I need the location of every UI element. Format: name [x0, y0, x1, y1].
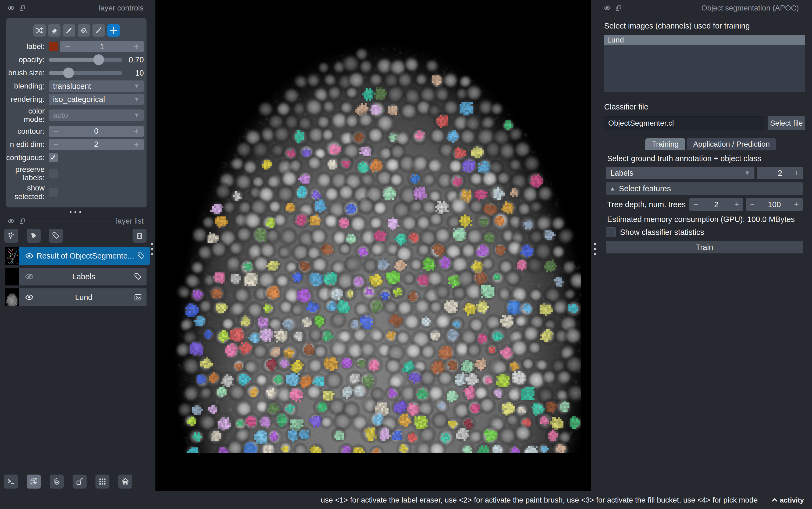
n-edit-dim-row: n edit dim: − 2 + — [6, 139, 144, 150]
plugin-dock: Object segmentation (APOC) Select images… — [604, 0, 805, 491]
right-splitter-handle[interactable] — [594, 243, 596, 255]
show-selected-row: show selected: — [6, 184, 144, 201]
visibility-eye-icon[interactable] — [25, 293, 34, 302]
minus-icon[interactable]: − — [49, 127, 64, 136]
hide-dock-icon[interactable] — [604, 5, 611, 11]
classifier-file-input[interactable] — [604, 116, 765, 130]
shuffle-icon — [35, 26, 44, 35]
pan-zoom-button[interactable] — [107, 24, 120, 37]
hide-dock-icon[interactable] — [7, 5, 14, 11]
fill-bucket-button[interactable] — [78, 24, 90, 37]
layer-name: Lund — [37, 293, 131, 302]
contiguous-checkbox[interactable]: ✓ — [49, 153, 58, 162]
label-spinbox[interactable]: − 1 + — [60, 41, 144, 52]
minus-icon[interactable]: − — [746, 200, 759, 209]
pan-zoom-icon — [109, 26, 118, 35]
roll-dims-icon — [52, 477, 61, 486]
plus-icon[interactable]: + — [730, 200, 743, 209]
select-features-toggle[interactable]: ▲ Select features — [606, 182, 803, 195]
visibility-eye-slash-icon[interactable] — [25, 272, 34, 281]
color-mode-dropdown[interactable]: auto ▼ — [49, 109, 144, 121]
chevron-down-icon: ▼ — [134, 82, 140, 90]
activity-toggle[interactable]: activity — [771, 496, 804, 504]
console-icon — [6, 477, 15, 486]
visibility-eye-icon[interactable] — [25, 251, 34, 261]
hide-dock-icon[interactable] — [7, 218, 14, 225]
layer-name: Labels — [37, 272, 131, 281]
float-dock-icon[interactable] — [615, 5, 622, 11]
preserve-labels-checkbox[interactable] — [49, 169, 58, 178]
minus-icon[interactable]: − — [49, 140, 64, 149]
opacity-slider[interactable] — [49, 54, 122, 65]
float-dock-icon[interactable] — [19, 5, 26, 11]
new-shapes-layer-button[interactable] — [27, 229, 41, 243]
tab-training[interactable]: Training — [645, 138, 685, 150]
label-row: label: − 1 + — [6, 41, 144, 52]
color-mode-row: color mode: auto ▼ — [6, 107, 144, 124]
n-edit-dim-spinbox[interactable]: − 2 + — [49, 139, 144, 150]
layer-thumbnail — [5, 247, 20, 265]
contour-spinbox[interactable]: − 0 + — [49, 126, 144, 137]
show-selected-checkbox[interactable] — [49, 188, 58, 197]
brush-size-slider[interactable] — [49, 67, 122, 78]
tree-depth-spinbox[interactable]: − 2 + — [690, 198, 743, 211]
slider-handle[interactable] — [63, 68, 74, 78]
transpose-dimensions-button[interactable] — [73, 475, 86, 488]
new-points-layer-button[interactable] — [4, 229, 18, 243]
chevron-up-icon — [771, 496, 779, 504]
brush-size-row: brush size: 10 — [6, 67, 144, 78]
fill-bucket-icon — [80, 26, 88, 35]
rendering-dropdown[interactable]: iso_categorical ▼ — [49, 94, 144, 105]
plus-icon[interactable]: + — [129, 127, 144, 136]
paint-brush-button[interactable] — [63, 24, 75, 37]
num-trees-spinbox[interactable]: − 100 + — [746, 198, 803, 211]
home-button[interactable] — [118, 475, 132, 488]
color-picker-icon — [95, 26, 103, 35]
console-button[interactable] — [4, 475, 18, 488]
minus-icon[interactable]: − — [757, 168, 770, 177]
object-class-spinbox[interactable]: − 2 + — [757, 167, 803, 179]
list-item-lund[interactable]: Lund — [604, 35, 805, 45]
color-picker-button[interactable] — [93, 24, 105, 37]
dock-resize-handle[interactable] — [0, 211, 151, 213]
labels-layer-icon — [137, 251, 145, 260]
roll-dimensions-button[interactable] — [50, 475, 64, 488]
labels-layer-icon — [134, 272, 142, 281]
layer-thumbnail — [5, 268, 20, 285]
tab-application-prediction[interactable]: Application / Prediction — [687, 138, 776, 150]
ground-truth-dropdown[interactable]: Labels ▼ — [606, 167, 754, 179]
layer-list-toolbar — [4, 229, 147, 243]
toggle-3d-button[interactable] — [27, 475, 41, 488]
grid-view-button[interactable] — [96, 475, 109, 488]
microscopy-image-canvas[interactable] — [167, 39, 581, 453]
tag-icon — [51, 231, 60, 240]
layer-row-result[interactable]: Result of ObjectSegmente... — [5, 247, 147, 265]
float-dock-icon[interactable] — [19, 218, 26, 225]
ground-truth-label: Select ground truth annotation + object … — [607, 154, 803, 163]
header-line — [628, 8, 695, 8]
minus-icon[interactable]: − — [60, 42, 75, 51]
delete-layer-button[interactable] — [133, 229, 147, 243]
minus-icon[interactable]: − — [690, 200, 702, 209]
label-color-swatch[interactable] — [49, 42, 58, 51]
layer-row-lund[interactable]: Lund — [5, 289, 147, 306]
train-button[interactable]: Train — [606, 241, 803, 253]
plus-icon[interactable]: + — [129, 140, 144, 149]
slider-handle[interactable] — [93, 54, 104, 65]
viewer-canvas-area[interactable] — [155, 0, 591, 491]
header-line — [32, 221, 110, 222]
select-file-button[interactable]: Select file — [768, 116, 805, 130]
chevron-down-icon: ▼ — [134, 112, 140, 118]
plus-icon[interactable]: + — [129, 42, 144, 51]
plus-icon[interactable]: + — [790, 200, 803, 209]
shuffle-colors-button[interactable] — [33, 24, 46, 37]
left-splitter-handle[interactable] — [151, 243, 153, 255]
layer-row-labels[interactable]: Labels — [5, 268, 147, 285]
new-labels-layer-button[interactable] — [49, 229, 63, 243]
eraser-button[interactable] — [48, 24, 61, 37]
header-line — [32, 8, 93, 8]
show-classifier-statistics-checkbox[interactable] — [606, 227, 616, 237]
training-images-list[interactable]: Lund — [604, 35, 805, 92]
blending-dropdown[interactable]: translucent ▼ — [49, 80, 144, 92]
plus-icon[interactable]: + — [790, 168, 803, 177]
